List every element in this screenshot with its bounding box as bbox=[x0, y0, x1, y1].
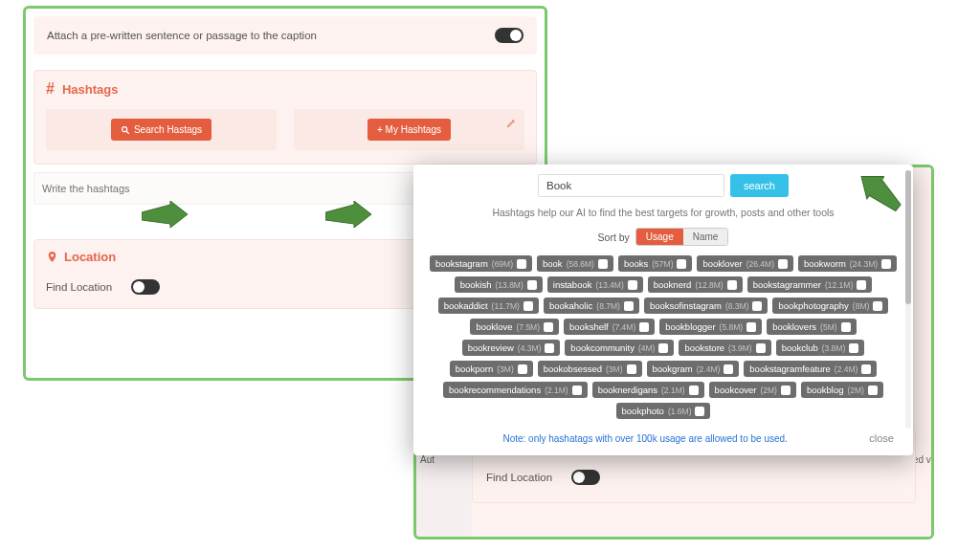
hashtag-chip[interactable]: bookaholic(8.7M) bbox=[544, 298, 639, 314]
hashtag-chip[interactable]: bookish(13.8M) bbox=[455, 276, 543, 293]
close-button[interactable]: close bbox=[863, 430, 900, 446]
hashtag-chip[interactable]: bookstore(3.9M) bbox=[679, 340, 770, 356]
hashtag-chip-count: (2.1M) bbox=[661, 386, 685, 395]
hashtag-chip-count: (24.3M) bbox=[850, 259, 878, 269]
hashtag-chip[interactable]: bookcover(2M) bbox=[709, 382, 796, 398]
hashtag-chip-checkbox[interactable] bbox=[517, 259, 526, 269]
location-pin-icon bbox=[46, 251, 58, 263]
hashtag-chip-checkbox[interactable] bbox=[658, 343, 668, 353]
hashtag-chip-checkbox[interactable] bbox=[677, 259, 686, 269]
sort-name-tab[interactable]: Name bbox=[683, 229, 728, 245]
hashtag-chip[interactable]: booklovers(5M) bbox=[767, 319, 856, 335]
hashtag-chip[interactable]: booknerd(12.8M) bbox=[648, 276, 743, 293]
hashtag-chip-name: bookstore bbox=[684, 342, 724, 353]
scrollbar-thumb[interactable] bbox=[905, 170, 911, 304]
hashtag-chip-checkbox[interactable] bbox=[778, 259, 788, 269]
hashtag-chip-name: bookcommunity bbox=[570, 342, 635, 353]
hashtag-chip-checkbox[interactable] bbox=[518, 364, 527, 374]
hashtags-card: # Hashtags Search Hastags + My Hashtags bbox=[33, 70, 537, 165]
hashtag-chip-count: (2M) bbox=[760, 386, 776, 395]
hashtag-chip-checkbox[interactable] bbox=[861, 364, 871, 374]
hashtag-chip-checkbox[interactable] bbox=[527, 280, 537, 290]
hashtag-chip-name: booknerd bbox=[654, 279, 692, 290]
hashtag-chip-checkbox[interactable] bbox=[841, 322, 851, 332]
hashtag-chip-checkbox[interactable] bbox=[756, 343, 766, 353]
hashtag-chip-checkbox[interactable] bbox=[544, 322, 553, 332]
hashtag-chip[interactable]: bookphoto(1.6M) bbox=[616, 403, 711, 419]
arrow-annotation-1 bbox=[142, 201, 188, 239]
sort-usage-tab[interactable]: Usage bbox=[636, 229, 683, 245]
hashtag-chip[interactable]: bookcommunity(4M) bbox=[565, 340, 674, 356]
hashtag-chip[interactable]: bookblog(2M) bbox=[801, 382, 883, 398]
hashtag-chip-count: (11.7M) bbox=[492, 301, 520, 311]
hashtag-chip-checkbox[interactable] bbox=[627, 364, 636, 374]
find-location-toggle-left[interactable] bbox=[131, 279, 160, 295]
hashtag-chip-name: booklove bbox=[476, 321, 512, 332]
hashtag-chip[interactable]: bookobsessed(3M) bbox=[538, 361, 642, 377]
hashtag-chip[interactable]: booknerdigans(2.1M) bbox=[592, 382, 704, 398]
my-hashtags-button[interactable]: + My Hashtags bbox=[368, 119, 451, 141]
hashtag-chip-count: (2.1M) bbox=[545, 386, 568, 395]
edit-icon[interactable] bbox=[506, 115, 517, 132]
hashtag-search-modal: search Hashtags help our AI to find the … bbox=[413, 165, 913, 455]
hashtag-chip[interactable]: bookaddict(11.7M) bbox=[438, 298, 539, 314]
hashtag-chip-checkbox[interactable] bbox=[628, 280, 637, 290]
find-location-toggle-right[interactable] bbox=[571, 470, 600, 485]
hashtag-chip[interactable]: bookreview(4.3M) bbox=[462, 340, 561, 356]
hashtag-chip-checkbox[interactable] bbox=[545, 343, 554, 353]
hashtag-chip-count: (4M) bbox=[638, 343, 655, 353]
search-hashtags-button[interactable]: Search Hastags bbox=[111, 119, 212, 141]
attach-sentence-toggle[interactable] bbox=[495, 28, 523, 43]
svg-marker-3 bbox=[325, 201, 371, 228]
hashtags-title: Hashtags bbox=[62, 82, 119, 97]
hashtag-chip[interactable]: bookworm(24.3M) bbox=[798, 255, 897, 272]
hashtag-chip-name: bookcover bbox=[715, 385, 757, 395]
hash-icon: # bbox=[46, 80, 55, 98]
hashtag-chip[interactable]: booksofinstagram(8.3M) bbox=[644, 298, 768, 314]
hashtag-chip-count: (2M) bbox=[847, 386, 863, 395]
hashtag-chip-count: (58.6M) bbox=[567, 259, 594, 269]
hashtag-chip-checkbox[interactable] bbox=[752, 301, 762, 311]
hashtag-chip-count: (7.5M) bbox=[516, 322, 540, 332]
hashtag-chip[interactable]: bookstagram(69M) bbox=[430, 255, 532, 272]
hashtag-chip[interactable]: book(58.6M) bbox=[537, 255, 613, 272]
hashtag-chip-checkbox[interactable] bbox=[724, 364, 733, 374]
hashtag-chip[interactable]: bookblogger(5.8M) bbox=[659, 319, 762, 335]
hashtag-chip-checkbox[interactable] bbox=[873, 301, 882, 311]
hashtag-chip-checkbox[interactable] bbox=[572, 386, 582, 395]
hashtag-chip[interactable]: bookphotography(8M) bbox=[772, 298, 888, 314]
search-button[interactable]: search bbox=[730, 174, 789, 197]
hashtag-chip-count: (13.8M) bbox=[495, 280, 523, 290]
hashtag-chip-checkbox[interactable] bbox=[639, 322, 649, 332]
hashtag-chip[interactable]: books(57M) bbox=[618, 255, 693, 272]
hashtag-chip-checkbox[interactable] bbox=[881, 259, 891, 269]
hashtag-chip-checkbox[interactable] bbox=[695, 407, 704, 416]
hashtag-chip-checkbox[interactable] bbox=[857, 280, 866, 290]
hashtag-chip-checkbox[interactable] bbox=[781, 386, 791, 395]
hashtag-chip[interactable]: booklove(7.5M) bbox=[470, 319, 559, 335]
hashtag-chip[interactable]: bookporn(3M) bbox=[450, 361, 533, 377]
hashtag-chip-checkbox[interactable] bbox=[849, 343, 858, 353]
hashtag-chip[interactable]: booklover(26.4M) bbox=[697, 255, 793, 272]
hashtag-chip[interactable]: instabook(13.4M) bbox=[547, 276, 643, 293]
hashtag-chip-checkbox[interactable] bbox=[746, 322, 756, 332]
hashtag-chip[interactable]: bookclub(3.8M) bbox=[776, 340, 865, 356]
hashtag-chip[interactable]: bookstagramfeature(2.4M) bbox=[744, 361, 877, 377]
hashtag-chip-checkbox[interactable] bbox=[868, 386, 878, 395]
hashtag-chip-checkbox[interactable] bbox=[598, 259, 608, 269]
hashtag-search-input[interactable] bbox=[538, 174, 724, 197]
svg-line-1 bbox=[126, 131, 129, 134]
hashtag-chip[interactable]: bookshelf(7.4M) bbox=[564, 319, 655, 335]
find-location-label-right: Find Location bbox=[486, 472, 552, 483]
hashtag-chip-count: (12.8M) bbox=[695, 280, 723, 290]
hashtag-chip-checkbox[interactable] bbox=[523, 301, 533, 311]
hashtag-chip-checkbox[interactable] bbox=[624, 301, 634, 311]
hashtag-chip[interactable]: bookrecommendations(2.1M) bbox=[443, 382, 588, 398]
hashtag-chip-name: bookstagramfeature bbox=[749, 364, 831, 374]
hashtag-chip-name: bookreview bbox=[468, 342, 514, 353]
hashtag-chip-checkbox[interactable] bbox=[727, 280, 737, 290]
hashtag-chip[interactable]: bookgram(2.4M) bbox=[647, 361, 740, 377]
hashtag-chip-name: booknerdigans bbox=[598, 385, 657, 395]
hashtag-chip-checkbox[interactable] bbox=[689, 386, 699, 395]
hashtag-chip[interactable]: bookstagrammer(12.1M) bbox=[747, 276, 873, 293]
